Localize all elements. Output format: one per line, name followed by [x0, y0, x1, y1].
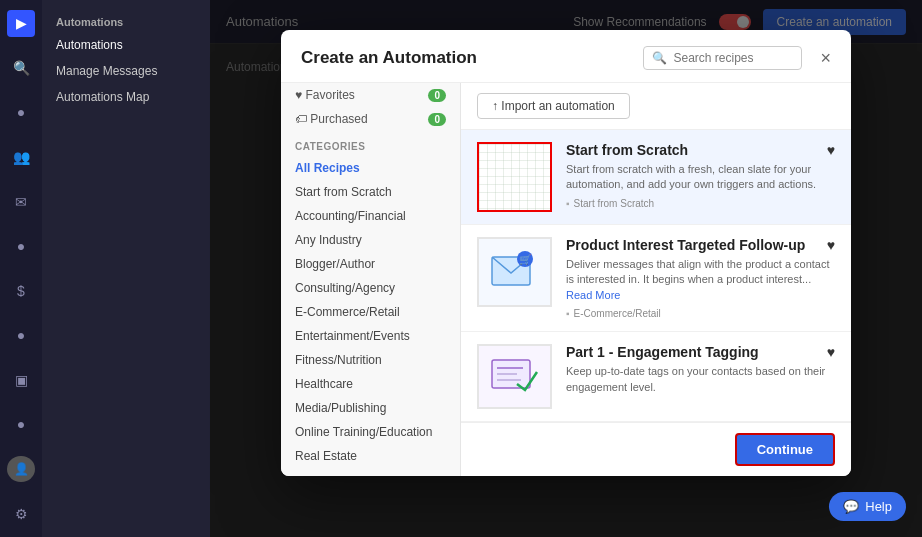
- recipe-info-scratch: Start from Scratch Start from scratch wi…: [566, 142, 835, 209]
- recipe-desc-product: Deliver messages that align with the pro…: [566, 257, 835, 303]
- recipe-list: Start from Scratch Start from scratch wi…: [461, 130, 851, 422]
- favorites-item[interactable]: ♥ Favorites 0: [281, 83, 460, 107]
- continue-button[interactable]: Continue: [735, 433, 835, 466]
- sidebar-icon-chart[interactable]: ●: [7, 411, 35, 438]
- modal-body: ♥ Favorites 0 🏷 Purchased 0 CATEGORIES A…: [281, 83, 851, 476]
- recipe-thumb-scratch: [477, 142, 552, 212]
- recipe-heart-product[interactable]: ♥: [827, 237, 835, 253]
- cat-real-estate[interactable]: Real Estate: [281, 444, 460, 468]
- recipe-heart-scratch[interactable]: ♥: [827, 142, 835, 158]
- recipe-heart-engagement[interactable]: ♥: [827, 344, 835, 360]
- cat-accounting[interactable]: Accounting/Financial: [281, 204, 460, 228]
- recipe-desc-engagement: Keep up-to-date tags on your contacts ba…: [566, 364, 835, 395]
- cat-blogger[interactable]: Blogger/Author: [281, 252, 460, 276]
- cat-entertainment[interactable]: Entertainment/Events: [281, 324, 460, 348]
- modal-title: Create an Automation: [301, 48, 477, 68]
- import-automation-button[interactable]: ↑ Import an automation: [477, 93, 630, 119]
- recipe-info-engagement: Part 1 - Engagement Tagging Keep up-to-d…: [566, 344, 835, 400]
- recipe-name-engagement: Part 1 - Engagement Tagging: [566, 344, 835, 360]
- sidebar-wide: Automations Automations Manage Messages …: [42, 0, 210, 537]
- tag-icon: 🏷: [295, 112, 307, 126]
- close-button[interactable]: ×: [820, 48, 831, 69]
- recipe-thumb-engagement: [477, 344, 552, 409]
- recipe-info-product: Product Interest Targeted Follow-up Deli…: [566, 237, 835, 319]
- recipe-item-product-interest[interactable]: 🛒 Product Interest Targeted Follow-up De…: [461, 225, 851, 332]
- sidebar-narrow: ▶ 🔍 ● 👥 ✉ ● $ ● ▣ ● 👤 ⚙: [0, 0, 42, 537]
- sidebar-icon-layers[interactable]: ●: [7, 322, 35, 349]
- engagement-svg: [487, 352, 542, 402]
- import-bar: ↑ Import an automation: [461, 83, 851, 130]
- read-more-link[interactable]: Read More: [566, 289, 620, 301]
- purchased-badge: 0: [428, 113, 446, 126]
- sidebar-icon-settings[interactable]: ⚙: [7, 500, 35, 527]
- sidebar-icon-automations[interactable]: ▶: [7, 10, 35, 37]
- purchased-label: 🏷 Purchased: [295, 112, 368, 126]
- cat-fitness[interactable]: Fitness/Nutrition: [281, 348, 460, 372]
- modal-header: Create an Automation 🔍 ×: [281, 30, 851, 83]
- user-avatar[interactable]: 👤: [7, 456, 35, 483]
- help-button[interactable]: 💬 Help: [829, 492, 906, 521]
- svg-text:🛒: 🛒: [519, 253, 532, 266]
- modal-overlay: Create an Automation 🔍 × ♥ Favor: [210, 0, 922, 537]
- recipe-tag-product: E-Commerce/Retail: [566, 308, 835, 319]
- categories-header: CATEGORIES: [281, 131, 460, 156]
- main-area: Automations Show Recommendations Create …: [210, 0, 922, 537]
- sidebar-icon-grid[interactable]: ▣: [7, 367, 35, 394]
- sidebar-item-automations[interactable]: Automations: [42, 32, 210, 58]
- sidebar-icon-clock[interactable]: ●: [7, 233, 35, 260]
- sidebar-item-map[interactable]: Automations Map: [42, 84, 210, 110]
- cat-media[interactable]: Media/Publishing: [281, 396, 460, 420]
- cat-healthcare[interactable]: Healthcare: [281, 372, 460, 396]
- cat-any-industry[interactable]: Any Industry: [281, 228, 460, 252]
- search-input[interactable]: [673, 51, 793, 65]
- favorites-badge: 0: [428, 89, 446, 102]
- purchased-item[interactable]: 🏷 Purchased 0: [281, 107, 460, 131]
- create-automation-modal: Create an Automation 🔍 × ♥ Favor: [281, 30, 851, 476]
- sidebar-icon-location[interactable]: ●: [7, 99, 35, 126]
- recipe-name-scratch: Start from Scratch: [566, 142, 835, 158]
- grid-pattern: [479, 144, 550, 210]
- cat-start-scratch[interactable]: Start from Scratch: [281, 180, 460, 204]
- recipe-item-engagement[interactable]: Part 1 - Engagement Tagging Keep up-to-d…: [461, 332, 851, 422]
- help-icon: 💬: [843, 499, 859, 514]
- cat-online-training[interactable]: Online Training/Education: [281, 420, 460, 444]
- sidebar-icon-mail[interactable]: ✉: [7, 188, 35, 215]
- sidebar-section-label: Automations: [42, 8, 210, 32]
- sidebar-icon-dollar[interactable]: $: [7, 277, 35, 304]
- heart-icon: ♥: [295, 88, 302, 102]
- modal-content: ↑ Import an automation Start from Scratc…: [461, 83, 851, 476]
- modal-footer: Continue: [461, 422, 851, 476]
- recipe-name-product: Product Interest Targeted Follow-up: [566, 237, 835, 253]
- sidebar-item-messages[interactable]: Manage Messages: [42, 58, 210, 84]
- sidebar-icon-search[interactable]: 🔍: [7, 55, 35, 82]
- recipe-tag-scratch: Start from Scratch: [566, 198, 835, 209]
- search-icon: 🔍: [652, 51, 667, 65]
- favorites-label: ♥ Favorites: [295, 88, 355, 102]
- cat-all-recipes[interactable]: All Recipes: [281, 156, 460, 180]
- help-label: Help: [865, 499, 892, 514]
- search-recipes-container: 🔍: [643, 46, 802, 70]
- modal-sidebar: ♥ Favorites 0 🏷 Purchased 0 CATEGORIES A…: [281, 83, 461, 476]
- recipe-item-scratch[interactable]: Start from Scratch Start from scratch wi…: [461, 130, 851, 225]
- sidebar-icon-contacts[interactable]: 👥: [7, 144, 35, 171]
- recipe-desc-scratch: Start from scratch with a fresh, clean s…: [566, 162, 835, 193]
- envelope-svg: 🛒: [487, 247, 542, 297]
- cat-consulting[interactable]: Consulting/Agency: [281, 276, 460, 300]
- recipe-thumb-product-interest: 🛒: [477, 237, 552, 307]
- cat-ecommerce[interactable]: E-Commerce/Retail: [281, 300, 460, 324]
